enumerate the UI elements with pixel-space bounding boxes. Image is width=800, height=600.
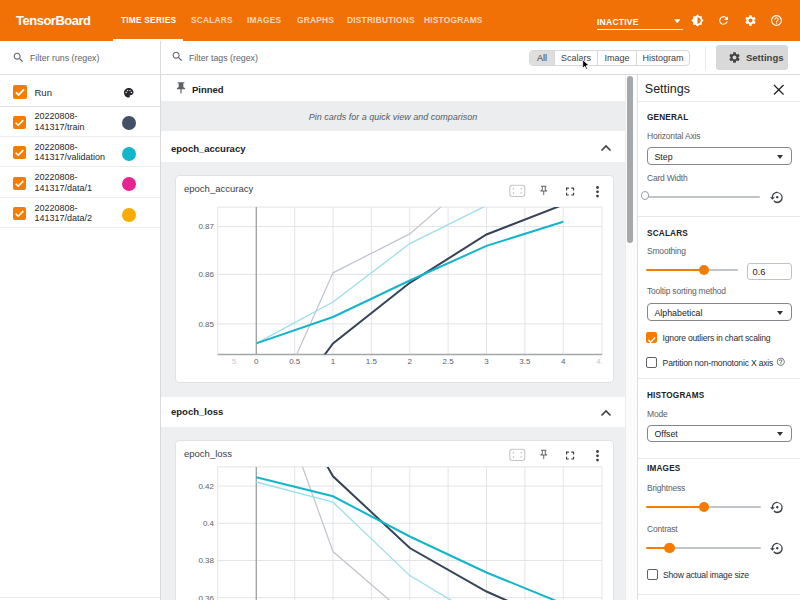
svg-text:0.4: 0.4 [202,519,214,528]
svg-text:0.87: 0.87 [198,222,214,231]
svg-text:epoch_accuracy: epoch_accuracy [184,183,253,194]
svg-text:0.5: 0.5 [289,357,301,366]
svg-text:0.42: 0.42 [198,481,214,490]
svg-text:3.5: 3.5 [519,357,531,366]
svg-text:0: 0 [254,357,259,366]
svg-text:0.85: 0.85 [198,319,214,328]
svg-text:2.5: 2.5 [442,357,454,366]
svg-text:5: 5 [231,357,236,366]
svg-text:0.36: 0.36 [198,593,214,600]
svg-text:4.: 4. [596,357,603,366]
svg-text:1.5: 1.5 [365,357,377,366]
svg-text:3: 3 [484,357,489,366]
svg-text:4: 4 [560,357,565,366]
svg-text:0.86: 0.86 [198,270,214,279]
svg-text:0.38: 0.38 [198,556,214,565]
svg-text:1: 1 [330,357,335,366]
svg-text:epoch_loss: epoch_loss [184,448,232,459]
svg-text:2: 2 [407,357,412,366]
